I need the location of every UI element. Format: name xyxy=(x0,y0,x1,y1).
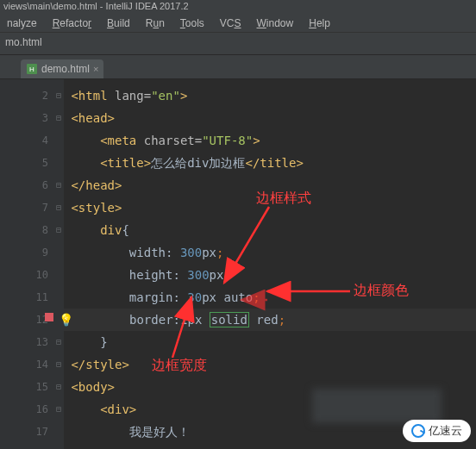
code-line-current: 💡 border:1px solid red; xyxy=(64,309,476,331)
fold-toggle-icon[interactable]: ⊟ xyxy=(53,107,64,129)
menu-build[interactable]: Build xyxy=(102,16,135,28)
blurred-region xyxy=(312,389,442,423)
watermark-logo-icon xyxy=(411,424,425,438)
tab-filename: demo.html xyxy=(41,63,90,75)
fold-toggle-icon[interactable]: ⊟ xyxy=(53,353,64,376)
menu-window[interactable]: Window xyxy=(252,16,299,28)
code-line: div{ xyxy=(64,219,476,241)
fold-toggle-icon[interactable]: ⊟ xyxy=(53,398,64,421)
code-line: <html lang="en"> xyxy=(64,84,476,107)
navigation-bar: mo.html xyxy=(0,33,476,55)
menu-tools[interactable]: Tools xyxy=(175,16,210,28)
menu-help[interactable]: Help xyxy=(304,16,335,28)
code-line: } xyxy=(64,331,476,353)
fold-toggle-icon[interactable]: ⊟ xyxy=(53,376,64,398)
fold-toggle-icon[interactable]: ⊟ xyxy=(53,84,64,107)
editor-tab-demo[interactable]: H demo.html × xyxy=(21,59,103,78)
code-line: height: 300px; xyxy=(64,264,476,286)
menu-run[interactable]: Run xyxy=(141,16,170,28)
editor-tab-bar: H demo.html × xyxy=(0,55,476,79)
svg-text:H: H xyxy=(29,65,34,73)
menu-analyze[interactable]: nalyze xyxy=(2,16,42,28)
code-line: </style> xyxy=(64,353,476,376)
html-file-icon: H xyxy=(26,63,38,75)
fold-toggle-icon[interactable]: ⊟ xyxy=(53,443,64,449)
watermark-badge: 亿速云 xyxy=(403,420,471,442)
menu-bar: nalyze Refactor Build Run Tools VCS Wind… xyxy=(0,12,476,33)
menu-refactor[interactable]: Refactor xyxy=(47,16,97,28)
lightbulb-icon[interactable]: 💡 xyxy=(59,313,73,327)
code-line: margin: 30px auto; xyxy=(64,286,476,309)
fold-toggle-icon[interactable]: ⊟ xyxy=(53,174,64,196)
code-line: </div> xyxy=(64,443,476,449)
code-line: <head> xyxy=(64,107,476,129)
code-line: <style> xyxy=(64,196,476,219)
code-line: <meta charset="UTF-8"> xyxy=(64,129,476,152)
window-title-bar: views\main\demo.html - IntelliJ IDEA 201… xyxy=(0,0,476,12)
fold-toggle-icon[interactable]: ⊟ xyxy=(53,219,64,241)
breakpoint-marker[interactable] xyxy=(45,313,53,321)
menu-vcs[interactable]: VCS xyxy=(215,16,247,28)
code-line: <title>怎么给div加边框</title> xyxy=(64,152,476,174)
breadcrumb[interactable]: mo.html xyxy=(5,36,42,48)
window-title: views\main\demo.html - IntelliJ IDEA 201… xyxy=(3,1,189,11)
code-line: </head> xyxy=(64,174,476,196)
code-folding-column: ⊟ ⊟ ⊟ ⊟ ⊟ ⊟ ⊟ ⊟ ⊟ ⊟ ⊟ xyxy=(53,84,64,449)
watermark-text: 亿速云 xyxy=(429,423,462,439)
fold-toggle-icon[interactable]: ⊟ xyxy=(53,196,64,219)
close-icon[interactable]: × xyxy=(93,64,98,74)
code-line: width: 300px; xyxy=(64,241,476,264)
fold-toggle-icon[interactable]: ⊟ xyxy=(53,331,64,353)
